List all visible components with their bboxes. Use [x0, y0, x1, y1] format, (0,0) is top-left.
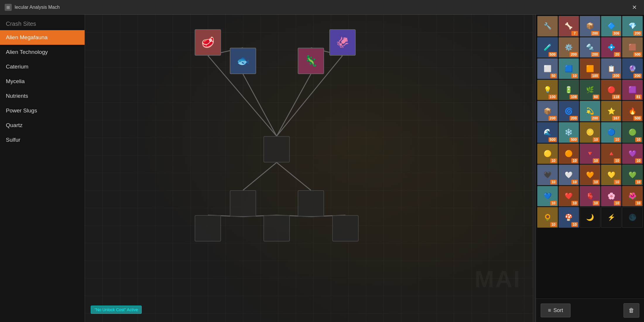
- item-icon-49: 🌑: [628, 214, 636, 221]
- inventory-item-13[interactable]: 📋200: [601, 58, 622, 79]
- item-count-1: 7: [571, 31, 578, 36]
- inventory-item-35[interactable]: 🖤10: [537, 165, 558, 185]
- item-count-35: 10: [550, 180, 557, 184]
- inventory-item-1[interactable]: 🦴7: [559, 16, 579, 37]
- item-icon-0: 🔧: [544, 23, 551, 29]
- tree-node-top-left[interactable]: 🥩: [195, 29, 221, 56]
- inventory-item-23[interactable]: ⭐167: [601, 101, 622, 121]
- item-count-7: 200: [591, 52, 599, 57]
- item-icon-46: 🍄: [565, 214, 573, 221]
- inventory-item-21[interactable]: 🌀200: [559, 101, 579, 121]
- inventory-item-37[interactable]: 🧡10: [580, 165, 600, 185]
- inventory-item-19[interactable]: 🟪81: [622, 80, 643, 100]
- panel-divider[interactable]: [533, 15, 536, 322]
- inventory-item-16[interactable]: 🔋108: [559, 80, 579, 100]
- item-count-42: 10: [593, 201, 599, 205]
- sidebar-item-quartz[interactable]: Quartz: [0, 118, 85, 133]
- inventory-item-24[interactable]: 🔥500: [622, 101, 643, 121]
- inventory-grid: 🔧🦴7📦200🔷306💎200🧪500⚙️200🔩200💠20🟫500⬜50🟦1…: [536, 15, 644, 299]
- trash-button[interactable]: 🗑: [624, 303, 639, 318]
- inventory-item-2[interactable]: 📦200: [580, 16, 600, 37]
- inventory-item-45[interactable]: 🌻10: [537, 207, 558, 228]
- inventory-item-6[interactable]: ⚙️200: [559, 37, 579, 58]
- inventory-item-5[interactable]: 🧪500: [537, 37, 558, 58]
- inventory-item-28[interactable]: 🔵10: [601, 122, 622, 143]
- inventory-item-34[interactable]: 💜10: [622, 143, 643, 164]
- sort-button[interactable]: ≡ Sort: [541, 304, 571, 317]
- right-panel: 🔧🦴7📦200🔷306💎200🧪500⚙️200🔩200💠20🟫500⬜50🟦1…: [536, 15, 644, 322]
- sidebar-item-alien-megafauna[interactable]: Alien Megafauna: [0, 30, 85, 45]
- inventory-item-32[interactable]: 🔻10: [580, 143, 600, 164]
- item-count-23: 167: [612, 116, 620, 121]
- item-count-33: 10: [614, 158, 620, 163]
- node-icon-top-right: 🦑: [332, 32, 353, 53]
- inventory-item-25[interactable]: 🌊500: [537, 122, 558, 143]
- inventory-item-15[interactable]: 💡100: [537, 80, 558, 100]
- inventory-item-43[interactable]: 🌸10: [601, 186, 622, 207]
- item-icon-14: 🔮: [628, 66, 636, 72]
- tree-node-bot-right: [298, 190, 324, 217]
- sort-label: Sort: [554, 307, 563, 314]
- inventory-item-12[interactable]: 🟧100: [580, 58, 600, 79]
- inventory-item-38[interactable]: 💛10: [601, 165, 622, 185]
- inventory-item-46[interactable]: 🍄10: [559, 207, 579, 228]
- sidebar-item-alien-technology[interactable]: Alien Technology: [0, 45, 85, 59]
- inventory-item-41[interactable]: ❤️10: [559, 186, 579, 207]
- inventory-item-27[interactable]: 🪙10: [580, 122, 600, 143]
- inventory-item-40[interactable]: 💙10: [537, 186, 558, 207]
- item-count-2: 200: [591, 31, 599, 36]
- inventory-item-7[interactable]: 🔩200: [580, 37, 600, 58]
- item-icon-6: ⚙️: [565, 44, 573, 51]
- item-count-17: 60: [593, 95, 599, 99]
- sidebar-item-power-slugs[interactable]: Power Slugs: [0, 103, 85, 118]
- inventory-item-18[interactable]: 🔴118: [601, 80, 622, 100]
- inventory-item-0[interactable]: 🔧: [537, 16, 558, 37]
- item-icon-5: 🧪: [544, 44, 551, 51]
- inventory-item-42[interactable]: 🫀10: [580, 186, 600, 207]
- inventory-item-31[interactable]: 🟠10: [559, 143, 579, 164]
- inventory-item-8[interactable]: 💠20: [601, 37, 622, 58]
- inventory-item-29[interactable]: 🟢10: [622, 122, 643, 143]
- inventory-item-48[interactable]: ⚡: [601, 207, 622, 228]
- sidebar-item-mycelia[interactable]: Mycelia: [0, 74, 85, 89]
- inventory-item-22[interactable]: 💫200: [580, 101, 600, 121]
- inventory-item-36[interactable]: 🤍10: [559, 165, 579, 185]
- tree-node-bot-left: [230, 190, 256, 217]
- item-icon-9: 🟫: [628, 44, 636, 51]
- item-icon-43: 🌸: [607, 193, 615, 199]
- item-icon-45: 🌻: [544, 214, 551, 221]
- item-icon-15: 💡: [544, 87, 551, 93]
- item-icon-7: 🔩: [586, 44, 594, 51]
- sidebar-section-header: Crash Sites: [0, 17, 85, 30]
- inventory-item-49[interactable]: 🌑: [622, 207, 643, 228]
- inventory-item-9[interactable]: 🟫500: [622, 37, 643, 58]
- inventory-item-14[interactable]: 🔮200: [622, 58, 643, 79]
- item-count-36: 10: [571, 180, 578, 184]
- item-count-24: 500: [633, 116, 642, 121]
- inventory-item-4[interactable]: 💎200: [622, 16, 643, 37]
- node-icon-top-left: 🥩: [198, 32, 218, 53]
- inventory-item-33[interactable]: 🔺10: [601, 143, 622, 164]
- inventory-item-39[interactable]: 💚10: [622, 165, 643, 185]
- tree-node-bot-left2: [195, 215, 221, 242]
- item-icon-30: 🟡: [544, 150, 551, 157]
- sidebar-item-caterium[interactable]: Caterium: [0, 59, 85, 74]
- no-unlock-badge: "No Unlock Cost" Active: [91, 306, 142, 314]
- inventory-item-26[interactable]: ❄️500: [559, 122, 579, 143]
- close-button[interactable]: ✕: [630, 3, 639, 12]
- inventory-item-20[interactable]: 📦200: [537, 101, 558, 121]
- inventory-item-44[interactable]: 🌺10: [622, 186, 643, 207]
- inventory-item-3[interactable]: 🔷306: [601, 16, 622, 37]
- sidebar-item-sulfur[interactable]: Sulfur: [0, 133, 85, 147]
- inventory-item-30[interactable]: 🟡10: [537, 143, 558, 164]
- item-count-6: 200: [570, 52, 578, 57]
- tree-node-mid-left[interactable]: 🐟: [230, 48, 256, 74]
- sidebar-item-nutrients[interactable]: Nutrients: [0, 89, 85, 103]
- inventory-item-47[interactable]: 🌙: [580, 207, 600, 228]
- inventory-item-11[interactable]: 🟦10: [559, 58, 579, 79]
- tree-node-mid-right[interactable]: 🦎: [298, 48, 324, 74]
- inventory-item-10[interactable]: ⬜50: [537, 58, 558, 79]
- item-icon-11: 🟦: [565, 66, 573, 72]
- tree-node-top-right[interactable]: 🦑: [329, 29, 356, 56]
- inventory-item-17[interactable]: 🌿60: [580, 80, 600, 100]
